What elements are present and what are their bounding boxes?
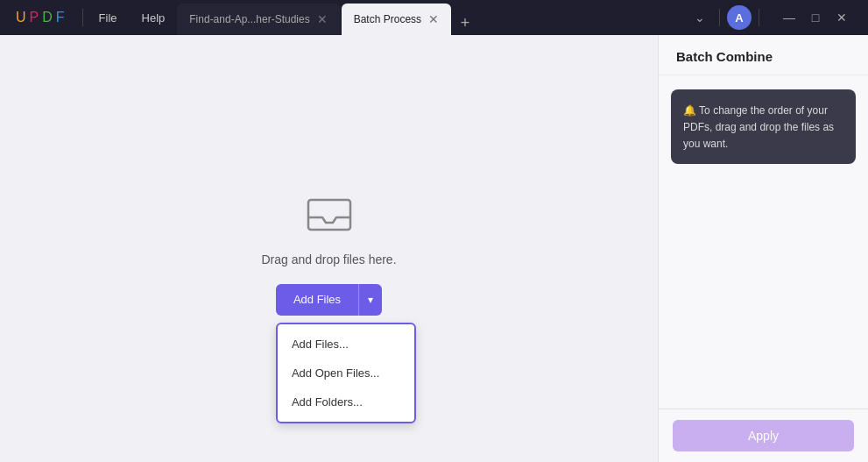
menu-file[interactable]: File — [87, 0, 130, 35]
divider — [82, 9, 83, 26]
window-controls: — □ ✕ — [777, 5, 854, 30]
logo-letter-p: P — [30, 10, 39, 25]
add-files-container: Add Files ▾ Add Files... Add Open Files.… — [276, 284, 382, 316]
add-files-button[interactable]: Add Files — [276, 284, 358, 316]
logo-letter-f: F — [56, 10, 65, 25]
title-bar-right: ⌄ A — □ ✕ — [688, 5, 861, 30]
maximize-button[interactable]: □ — [803, 5, 828, 30]
right-panel-footer: Apply — [659, 409, 868, 462]
batch-combine-title: Batch Combine — [659, 35, 868, 75]
avatar[interactable]: A — [727, 5, 752, 30]
dropdown-arrow-icon: ▾ — [368, 294, 373, 306]
main-content: Drag and drop files here. Add Files ▾ Ad… — [0, 35, 868, 462]
add-files-dropdown-button[interactable]: ▾ — [358, 284, 382, 316]
tab-add-button[interactable]: + — [453, 11, 477, 35]
drop-zone-text: Drag and drop files here. — [261, 252, 396, 267]
dropdown-item-add-open-files[interactable]: Add Open Files... — [278, 359, 414, 387]
logo-letter-u: U — [16, 10, 26, 25]
minimize-button[interactable]: — — [777, 5, 801, 30]
tab-close-icon[interactable]: ✕ — [317, 13, 328, 25]
left-panel: Drag and drop files here. Add Files ▾ Ad… — [0, 35, 658, 462]
app-logo: UPDF — [7, 10, 74, 25]
drop-zone-icon — [301, 182, 357, 238]
info-box-text: 🔔 To change the order of your PDFs, drag… — [683, 104, 834, 150]
right-panel: Batch Combine 🔔 To change the order of y… — [658, 35, 868, 462]
info-box: 🔔 To change the order of your PDFs, drag… — [671, 89, 856, 164]
add-files-btn-row: Add Files ▾ — [276, 284, 382, 316]
dropdown-item-add-files[interactable]: Add Files... — [278, 330, 414, 359]
add-files-dropdown-menu: Add Files... Add Open Files... Add Folde… — [276, 323, 416, 423]
menu-help[interactable]: Help — [130, 0, 178, 35]
title-bar: UPDF File Help Find-and-Ap...her-Studies… — [0, 0, 868, 35]
tab-find-and-ap[interactable]: Find-and-Ap...her-Studies ✕ — [177, 4, 339, 35]
divider2 — [719, 9, 720, 26]
tabs-area: Find-and-Ap...her-Studies ✕ Batch Proces… — [177, 0, 688, 35]
divider3 — [759, 9, 759, 26]
apply-button[interactable]: Apply — [673, 420, 854, 451]
tab-batch-process[interactable]: Batch Process ✕ — [342, 4, 451, 35]
tab-label: Find-and-Ap...her-Studies — [189, 13, 309, 25]
logo-letter-d: D — [42, 10, 53, 25]
svg-rect-0 — [308, 200, 350, 230]
tab-close-active-icon[interactable]: ✕ — [428, 13, 439, 25]
tab-label-active: Batch Process — [354, 13, 421, 25]
tabs-overflow-icon[interactable]: ⌄ — [688, 5, 712, 30]
close-button[interactable]: ✕ — [829, 5, 854, 30]
dropdown-item-add-folders[interactable]: Add Folders... — [278, 387, 414, 416]
